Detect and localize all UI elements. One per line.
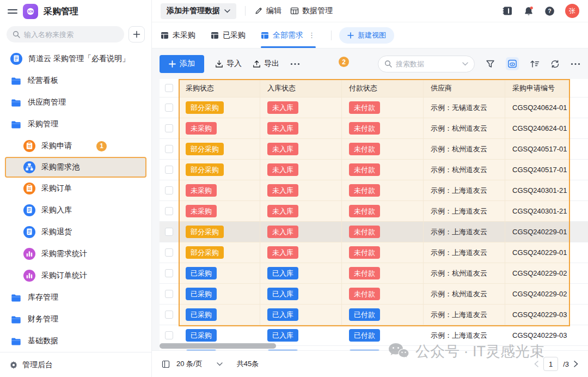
app-brand: SCM 采购管理 (0, 0, 151, 23)
table-row[interactable]: 已采购已入库未付款示例：杭州道友云CGSQ240229-02 (160, 284, 588, 305)
table-search-box[interactable] (378, 56, 475, 72)
add-form-button[interactable] (128, 26, 145, 42)
page-size-select[interactable]: 20 条/页 (162, 359, 223, 369)
sidebar-item-13[interactable]: 基础数据 (5, 330, 146, 352)
gear-icon (9, 361, 18, 369)
status-badge: 未入库 (267, 205, 298, 217)
table-row[interactable]: 部分采购未入库未付款示例：上海道友云CGSQ240229-01 (160, 222, 588, 242)
table-row[interactable]: 未采购未入库未付款示例：上海道友云CGSQ240301-21 (160, 180, 588, 201)
row-checkbox[interactable] (165, 124, 173, 132)
sidebar-item-5[interactable]: 采购需求池 (5, 157, 146, 178)
status-cell: 未付款 (342, 201, 424, 222)
prev-page-icon[interactable] (534, 361, 538, 367)
sidebar-item-11[interactable]: 库存管理 (5, 287, 146, 308)
row-checkbox[interactable] (165, 207, 173, 215)
filter-icon[interactable] (486, 59, 495, 69)
tab-menu-icon[interactable]: ⋮ (308, 31, 316, 39)
sidebar-item-4[interactable]: 采购申请1 (5, 135, 146, 157)
main-area: 添加并管理数据 编辑 数据管理 (152, 0, 588, 377)
row-checkbox[interactable] (165, 228, 173, 236)
row-checkbox[interactable] (165, 186, 173, 194)
table-row[interactable]: 已采购已入库未付款示例：杭州道友云CGSQ240229-02 (160, 263, 588, 284)
sidebar-item-7[interactable]: 采购入库 (5, 199, 146, 221)
sidebar-search-field[interactable] (24, 31, 118, 39)
status-cell: 未付款 (342, 284, 424, 305)
table-row[interactable]: 部分采购未入库未付款示例：上海道友云CGSQ240229-01 (160, 242, 588, 263)
supplier-cell: 示例：上海道友云 (424, 222, 505, 242)
row-checkbox[interactable] (165, 331, 173, 339)
edit-button[interactable]: 编辑 (254, 6, 281, 16)
refresh-icon[interactable] (550, 59, 560, 69)
status-badge: 未采购 (186, 184, 217, 197)
sidebar-search-input[interactable] (7, 26, 124, 42)
column-header-入库状态[interactable]: 入库状态 (260, 79, 342, 98)
add-record-button[interactable]: 添加 (160, 55, 204, 73)
tab-未采购[interactable]: 未采购 (161, 22, 195, 48)
sidebar-item-8[interactable]: 采购退货 (5, 221, 146, 243)
supplier-cell: 示例：杭州道友云 (424, 284, 505, 305)
row-checkbox[interactable] (165, 248, 173, 257)
row-checkbox[interactable] (165, 104, 173, 112)
data-manage-button[interactable]: 数据管理 (290, 6, 333, 16)
admin-backend-button[interactable]: 管理后台 (0, 352, 151, 377)
sidebar-item-3[interactable]: 采购管理 (5, 113, 146, 135)
row-checkbox[interactable] (165, 166, 173, 174)
more-view-options-icon[interactable] (571, 63, 580, 65)
column-header-供应商[interactable]: 供应商 (424, 79, 505, 98)
table-row[interactable]: 部分采购未入库未付款示例：杭州道友云CGSQ240517-01 (160, 139, 588, 160)
table-row[interactable]: 部分采购未入库未付款示例：杭州道友云CGSQ240517-01 (160, 160, 588, 180)
pagination-footer: 20 条/页 共45条 1 /3 (152, 350, 588, 377)
status-cell: 已入库 (260, 284, 342, 305)
export-icon (253, 60, 261, 68)
table-row[interactable]: 未采购未入库未付款示例：杭州道友云CGSQ240624-01 (160, 118, 588, 139)
tab-已采购[interactable]: 已采购 (211, 22, 246, 48)
notification-bell-icon[interactable] (523, 6, 534, 16)
more-actions-icon[interactable] (290, 63, 300, 65)
sidebar-item-12[interactable]: 财务管理 (5, 308, 146, 330)
status-cell: 已入库 (260, 305, 342, 325)
table-row[interactable]: 部分采购未入库未付款示例：无锡道友云CGSQ240624-01 (160, 98, 588, 118)
row-checkbox[interactable] (165, 269, 173, 277)
status-badge: 已入库 (267, 350, 298, 350)
add-and-manage-data-button[interactable]: 添加并管理数据 (161, 3, 236, 19)
sidebar-item-6[interactable]: 采购订单 (5, 178, 146, 199)
column-header-付款状态[interactable]: 付款状态 (342, 79, 424, 98)
admin-backend-label: 管理后台 (22, 360, 53, 370)
current-page-input[interactable]: 1 (543, 357, 558, 371)
tab-全部需求[interactable]: 全部需求⋮ (261, 22, 316, 48)
row-checkbox[interactable] (165, 311, 173, 319)
sidebar-item-10[interactable]: 采购订单统计 (5, 265, 146, 287)
import-button[interactable]: 导入 (215, 59, 242, 69)
horizontal-scrollbar[interactable] (160, 343, 276, 349)
sidebar-item-2[interactable]: 供应商管理 (5, 92, 146, 113)
sort-icon[interactable] (530, 59, 540, 68)
sidebar-item-1[interactable]: 经营看板 (5, 70, 146, 92)
row-checkbox-cell (160, 263, 179, 284)
row-filler-cell (569, 242, 588, 263)
export-button[interactable]: 导出 (253, 59, 279, 69)
next-page-icon[interactable] (574, 361, 578, 367)
new-view-button[interactable]: 新建视图 (339, 27, 394, 44)
field-display-icon[interactable] (506, 57, 519, 70)
request-no-cell: CGSQ240624-01 (505, 118, 569, 139)
user-avatar[interactable]: 张 (565, 4, 579, 18)
row-filler-cell (569, 263, 588, 284)
table-row[interactable]: 已采购已入库已付款示例：上海道友云CGSQ240229-03 (160, 305, 588, 325)
notebook-icon[interactable] (502, 6, 513, 16)
help-icon[interactable]: ? (544, 6, 555, 16)
request-no-cell (505, 346, 569, 350)
table-row[interactable]: 未采购未入库未付款示例：上海道友云CGSQ240301-21 (160, 201, 588, 222)
table-search-field[interactable] (396, 60, 458, 68)
column-header-采购申请编号[interactable]: 采购申请编号 (505, 79, 569, 98)
sidebar-item-label: 财务管理 (28, 314, 58, 324)
row-checkbox[interactable] (165, 290, 173, 298)
column-header-采购状态[interactable]: 采购状态 (179, 79, 260, 98)
sidebar-item-9[interactable]: 采购需求统计 (5, 243, 146, 265)
status-cell: 已付款 (342, 346, 424, 350)
select-all-checkbox[interactable] (165, 84, 173, 92)
collapse-menu-icon[interactable] (8, 8, 17, 15)
chevron-down-icon[interactable] (462, 62, 468, 66)
row-checkbox[interactable] (165, 145, 173, 153)
sidebar-item-0[interactable]: 简道云 采购管理「必看说明」 (5, 48, 146, 70)
status-cell: 未入库 (260, 242, 342, 263)
